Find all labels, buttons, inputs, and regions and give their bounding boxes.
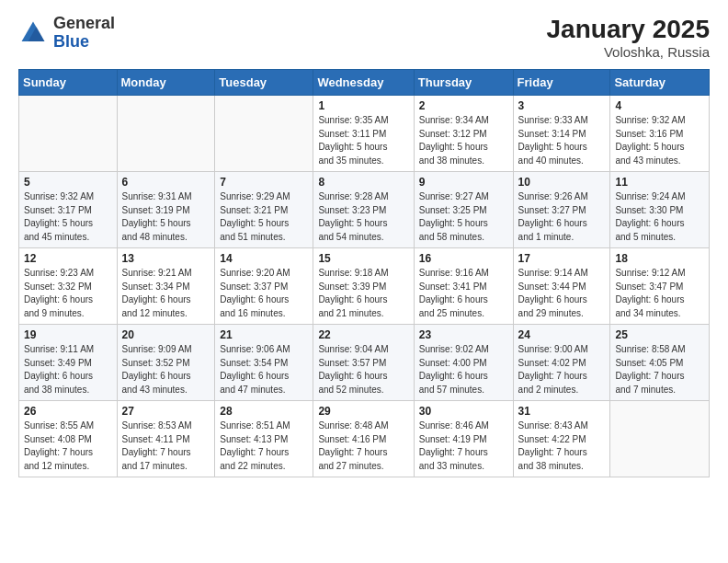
day-info: Sunrise: 8:53 AM Sunset: 4:11 PM Dayligh… [122, 419, 210, 473]
calendar-week-5: 26Sunrise: 8:55 AM Sunset: 4:08 PM Dayli… [19, 401, 710, 477]
day-number: 1 [318, 99, 408, 112]
day-number: 3 [518, 99, 606, 112]
calendar-day-8: 8Sunrise: 9:28 AM Sunset: 3:23 PM Daylig… [313, 172, 414, 248]
calendar-week-4: 19Sunrise: 9:11 AM Sunset: 3:49 PM Dayli… [19, 325, 710, 401]
day-info: Sunrise: 9:24 AM Sunset: 3:30 PM Dayligh… [615, 190, 704, 244]
day-info: Sunrise: 9:12 AM Sunset: 3:47 PM Dayligh… [615, 267, 704, 320]
day-number: 5 [24, 176, 112, 189]
calendar-day-16: 16Sunrise: 9:16 AM Sunset: 3:41 PM Dayli… [414, 248, 513, 325]
calendar-day-10: 10Sunrise: 9:26 AM Sunset: 3:27 PM Dayli… [513, 172, 610, 248]
day-number: 13 [122, 252, 210, 265]
day-number: 4 [615, 99, 704, 112]
day-info: Sunrise: 8:55 AM Sunset: 4:08 PM Dayligh… [24, 419, 112, 473]
calendar-day-9: 9Sunrise: 9:27 AM Sunset: 3:25 PM Daylig… [414, 172, 513, 248]
day-info: Sunrise: 9:14 AM Sunset: 3:44 PM Dayligh… [518, 267, 606, 320]
calendar-day-6: 6Sunrise: 9:31 AM Sunset: 3:19 PM Daylig… [117, 172, 215, 248]
day-info: Sunrise: 9:04 AM Sunset: 3:57 PM Dayligh… [318, 343, 408, 396]
day-info: Sunrise: 9:20 AM Sunset: 3:37 PM Dayligh… [220, 267, 308, 320]
day-number: 8 [318, 176, 408, 189]
day-info: Sunrise: 9:16 AM Sunset: 3:41 PM Dayligh… [419, 267, 508, 320]
column-header-wednesday: Wednesday [313, 70, 414, 96]
calendar-day-1: 1Sunrise: 9:35 AM Sunset: 3:11 PM Daylig… [313, 96, 414, 172]
day-info: Sunrise: 8:58 AM Sunset: 4:05 PM Dayligh… [615, 343, 704, 396]
calendar-day-4: 4Sunrise: 9:32 AM Sunset: 3:16 PM Daylig… [610, 96, 710, 172]
day-info: Sunrise: 9:11 AM Sunset: 3:49 PM Dayligh… [24, 343, 112, 396]
logo: General Blue [18, 15, 115, 52]
column-header-monday: Monday [117, 70, 215, 96]
calendar-day-15: 15Sunrise: 9:18 AM Sunset: 3:39 PM Dayli… [313, 248, 414, 325]
day-number: 15 [318, 252, 408, 265]
calendar-day-5: 5Sunrise: 9:32 AM Sunset: 3:17 PM Daylig… [19, 172, 118, 248]
day-info: Sunrise: 9:21 AM Sunset: 3:34 PM Dayligh… [122, 267, 210, 320]
day-number: 31 [518, 405, 606, 418]
calendar-day-30: 30Sunrise: 8:46 AM Sunset: 4:19 PM Dayli… [414, 401, 513, 477]
day-info: Sunrise: 9:27 AM Sunset: 3:25 PM Dayligh… [419, 190, 508, 244]
day-info: Sunrise: 8:43 AM Sunset: 4:22 PM Dayligh… [518, 419, 606, 473]
day-number: 6 [122, 176, 210, 189]
day-info: Sunrise: 9:02 AM Sunset: 4:00 PM Dayligh… [419, 343, 508, 396]
day-number: 7 [220, 176, 308, 189]
calendar-day-31: 31Sunrise: 8:43 AM Sunset: 4:22 PM Dayli… [513, 401, 610, 477]
day-number: 23 [419, 328, 508, 341]
header: General Blue January 2025 Voloshka, Russ… [18, 15, 710, 60]
calendar-empty-cell [215, 96, 313, 172]
calendar-day-12: 12Sunrise: 9:23 AM Sunset: 3:32 PM Dayli… [19, 248, 118, 325]
day-info: Sunrise: 9:35 AM Sunset: 3:11 PM Dayligh… [318, 114, 408, 167]
day-info: Sunrise: 9:31 AM Sunset: 3:19 PM Dayligh… [122, 190, 210, 244]
day-number: 18 [615, 252, 704, 265]
calendar-day-7: 7Sunrise: 9:29 AM Sunset: 3:21 PM Daylig… [215, 172, 313, 248]
calendar-day-23: 23Sunrise: 9:02 AM Sunset: 4:00 PM Dayli… [414, 325, 513, 401]
calendar-empty-cell [610, 401, 710, 477]
day-info: Sunrise: 8:51 AM Sunset: 4:13 PM Dayligh… [220, 419, 308, 473]
day-info: Sunrise: 9:29 AM Sunset: 3:21 PM Dayligh… [220, 190, 308, 244]
day-number: 30 [419, 405, 508, 418]
day-number: 14 [220, 252, 308, 265]
column-header-saturday: Saturday [610, 70, 710, 96]
column-header-tuesday: Tuesday [215, 70, 313, 96]
title-block: January 2025 Voloshka, Russia [547, 15, 710, 60]
location-title: Voloshka, Russia [547, 44, 710, 60]
day-info: Sunrise: 9:34 AM Sunset: 3:12 PM Dayligh… [419, 114, 508, 167]
day-number: 17 [518, 252, 606, 265]
day-number: 21 [220, 328, 308, 341]
calendar-day-26: 26Sunrise: 8:55 AM Sunset: 4:08 PM Dayli… [19, 401, 118, 477]
calendar-day-20: 20Sunrise: 9:09 AM Sunset: 3:52 PM Dayli… [117, 325, 215, 401]
calendar-empty-cell [117, 96, 215, 172]
calendar-day-17: 17Sunrise: 9:14 AM Sunset: 3:44 PM Dayli… [513, 248, 610, 325]
day-info: Sunrise: 9:00 AM Sunset: 4:02 PM Dayligh… [518, 343, 606, 396]
day-number: 28 [220, 405, 308, 418]
day-info: Sunrise: 9:06 AM Sunset: 3:54 PM Dayligh… [220, 343, 308, 396]
calendar-empty-cell [19, 96, 118, 172]
day-info: Sunrise: 9:32 AM Sunset: 3:16 PM Dayligh… [615, 114, 704, 167]
logo-blue: Blue [53, 32, 89, 51]
day-info: Sunrise: 9:23 AM Sunset: 3:32 PM Dayligh… [24, 267, 112, 320]
day-number: 27 [122, 405, 210, 418]
day-number: 29 [318, 405, 408, 418]
day-info: Sunrise: 8:46 AM Sunset: 4:19 PM Dayligh… [419, 419, 508, 473]
calendar-week-1: 1Sunrise: 9:35 AM Sunset: 3:11 PM Daylig… [19, 96, 710, 172]
day-info: Sunrise: 8:48 AM Sunset: 4:16 PM Dayligh… [318, 419, 408, 473]
calendar-day-27: 27Sunrise: 8:53 AM Sunset: 4:11 PM Dayli… [117, 401, 215, 477]
calendar-week-3: 12Sunrise: 9:23 AM Sunset: 3:32 PM Dayli… [19, 248, 710, 325]
day-info: Sunrise: 9:18 AM Sunset: 3:39 PM Dayligh… [318, 267, 408, 320]
calendar-day-3: 3Sunrise: 9:33 AM Sunset: 3:14 PM Daylig… [513, 96, 610, 172]
month-title: January 2025 [547, 15, 710, 44]
calendar-day-18: 18Sunrise: 9:12 AM Sunset: 3:47 PM Dayli… [610, 248, 710, 325]
calendar-header-row: SundayMondayTuesdayWednesdayThursdayFrid… [19, 70, 710, 96]
day-number: 2 [419, 99, 508, 112]
calendar-day-19: 19Sunrise: 9:11 AM Sunset: 3:49 PM Dayli… [19, 325, 118, 401]
calendar-day-2: 2Sunrise: 9:34 AM Sunset: 3:12 PM Daylig… [414, 96, 513, 172]
day-number: 19 [24, 328, 112, 341]
day-info: Sunrise: 9:09 AM Sunset: 3:52 PM Dayligh… [122, 343, 210, 396]
calendar-day-24: 24Sunrise: 9:00 AM Sunset: 4:02 PM Dayli… [513, 325, 610, 401]
day-info: Sunrise: 9:32 AM Sunset: 3:17 PM Dayligh… [24, 190, 112, 244]
day-number: 24 [518, 328, 606, 341]
column-header-thursday: Thursday [414, 70, 513, 96]
calendar-day-11: 11Sunrise: 9:24 AM Sunset: 3:30 PM Dayli… [610, 172, 710, 248]
calendar-week-2: 5Sunrise: 9:32 AM Sunset: 3:17 PM Daylig… [19, 172, 710, 248]
calendar-day-21: 21Sunrise: 9:06 AM Sunset: 3:54 PM Dayli… [215, 325, 313, 401]
calendar-day-13: 13Sunrise: 9:21 AM Sunset: 3:34 PM Dayli… [117, 248, 215, 325]
column-header-friday: Friday [513, 70, 610, 96]
calendar-day-29: 29Sunrise: 8:48 AM Sunset: 4:16 PM Dayli… [313, 401, 414, 477]
day-info: Sunrise: 9:28 AM Sunset: 3:23 PM Dayligh… [318, 190, 408, 244]
